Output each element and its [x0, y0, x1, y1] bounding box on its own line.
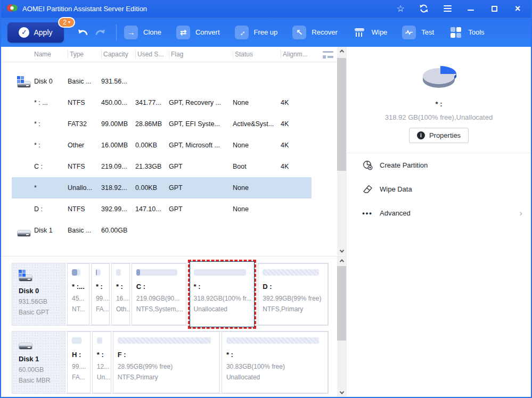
capacity-bar	[97, 337, 102, 344]
disk-label[interactable]: Disk 160.00GBBasic MBR	[12, 331, 66, 393]
action-wipe-data[interactable]: Wipe Data	[347, 177, 531, 201]
cell-name: * : ...	[34, 99, 68, 106]
disk-map-partition[interactable]: * :318.92GB(100% fr...Unallocated	[188, 260, 257, 329]
disk-map-partition[interactable]: H :99....FA...	[67, 331, 91, 393]
partition-fs: NTFS,Primary	[263, 305, 324, 313]
scroll-up-button[interactable]	[337, 256, 346, 265]
disk-label[interactable]: Disk 0931.56GBBasic GPT	[12, 263, 66, 325]
free-up-icon: ↔	[235, 26, 249, 39]
toolbar-button-clone[interactable]: →Clone	[124, 26, 161, 39]
disk-map-partition[interactable]: F :28.95GB(99% free)NTFS,Primary	[113, 331, 220, 393]
selected-partition-summary: * : 318.92 GB(100% free),Unallocated i P…	[347, 47, 531, 143]
cell-flag: GPT	[169, 163, 233, 170]
table-scrollbar	[337, 47, 346, 255]
toolbar-button-label: Clone	[143, 28, 161, 36]
capacity-bar-fill	[72, 269, 77, 276]
disk-map-partition[interactable]: * :12...Un...	[92, 331, 111, 393]
menu-icon[interactable]	[443, 4, 452, 13]
column-header-name[interactable]: Name	[34, 50, 68, 59]
table-row[interactable]: D :NTFS392.99...147.10...GPTNone	[1, 198, 346, 220]
capacity-bar	[116, 269, 121, 276]
maximize-button[interactable]	[489, 4, 499, 13]
partition-size: 99....	[96, 295, 106, 302]
cell-type: NTFS	[68, 205, 101, 213]
table-row-disk[interactable]: Disk 1Basic ...60.00GB	[1, 220, 346, 241]
disk-name: Disk 0	[19, 287, 65, 295]
disk-name: Disk 1	[19, 355, 65, 363]
disk-map-partition[interactable]: * :30.83GB(100% free)Unallocated	[222, 331, 328, 393]
partition-fs: Unallocated	[226, 374, 324, 381]
toolbar-button-free-up[interactable]: ↔Free up	[235, 26, 278, 39]
redo-button[interactable]	[95, 28, 107, 37]
scroll-down-button[interactable]	[337, 388, 346, 397]
toolbar-button-tools[interactable]: Tools	[449, 26, 484, 39]
cell-name: C :	[34, 163, 68, 170]
disk-map-partition[interactable]: D :392.99GB(99% free)NTFS,Primary	[258, 263, 328, 325]
column-header-status[interactable]: Status	[233, 50, 281, 59]
capacity-bar	[72, 269, 80, 276]
undo-button[interactable]	[77, 28, 88, 37]
table-row-disk[interactable]: Disk 0Basic ...931.56...	[1, 71, 346, 92]
toolbar-button-label: Tools	[468, 28, 484, 36]
capacity-bar	[194, 269, 247, 276]
toolbar-button-recover[interactable]: ↖Recover	[292, 26, 337, 39]
toolbar-button-label: Recover	[312, 28, 337, 36]
table-row[interactable]: * :Other16.00MB0.00KBGPT, Microsoft ...N…	[1, 135, 346, 156]
table-row[interactable]: * : ...NTFS450.00...341.77...GPT, Recove…	[1, 92, 346, 113]
toolbar-button-convert[interactable]: ⇄Convert	[176, 26, 220, 39]
scroll-thumb[interactable]	[337, 266, 346, 341]
column-header-type[interactable]: Type	[68, 50, 101, 59]
toolbar-button-test[interactable]: Test	[402, 26, 434, 39]
partition-name: * :	[96, 283, 106, 291]
check-icon: ✓	[19, 27, 29, 38]
disk-map-partition[interactable]: * :16....Oth...	[111, 263, 130, 325]
partition-name: * :	[97, 351, 108, 359]
cell-status: None	[233, 99, 281, 106]
wipe-icon	[353, 26, 366, 39]
action-advanced[interactable]: •••Advanced›	[347, 201, 531, 225]
table-header: NameTypeCapacityUsed S...FlagStatusAlign…	[1, 47, 337, 62]
disk-1-icon	[17, 225, 31, 236]
cell-name: * :	[34, 142, 68, 149]
cell-used: 21.33GB	[135, 163, 169, 170]
capacity-bar	[136, 269, 177, 276]
cell-name: D :	[34, 205, 68, 213]
cell-capacity: 392.99...	[101, 205, 135, 213]
capacity-bar	[118, 337, 211, 344]
right-panel: * : 318.92 GB(100% free),Unallocated i P…	[346, 47, 531, 397]
cell-type: NTFS	[68, 99, 101, 106]
titlebar: AOMEI Partition Assistant Server Edition…	[1, 0, 531, 18]
scroll-up-button[interactable]	[337, 47, 346, 55]
chevron-right-icon: ›	[519, 209, 522, 218]
sync-icon[interactable]	[419, 4, 429, 13]
cell-used: 0.00KB	[135, 142, 169, 149]
selected-partition-name: * :	[347, 100, 531, 108]
table-row[interactable]: * :FAT3299.00MB28.86MBGPT, EFI Syste...A…	[1, 113, 346, 135]
table-row[interactable]: *Unallo...318.92...0.00KBGPTNone	[1, 177, 346, 198]
minimize-button[interactable]	[466, 4, 476, 13]
properties-button[interactable]: i Properties	[409, 128, 469, 143]
toolbar-button-wipe[interactable]: Wipe	[353, 26, 388, 39]
favorite-icon[interactable]: ☆	[396, 4, 405, 13]
cell-capacity: 99.00MB	[101, 120, 135, 128]
scroll-down-button[interactable]	[337, 247, 346, 255]
partition-table: NameTypeCapacityUsed S...FlagStatusAlign…	[1, 47, 346, 256]
close-button[interactable]: ×	[513, 4, 522, 13]
column-header-capacity[interactable]: Capacity	[101, 50, 135, 59]
pending-operations-badge[interactable]: 2 ▾	[58, 17, 75, 28]
column-settings-icon[interactable]	[323, 51, 333, 59]
cell-used: 147.10...	[135, 205, 169, 213]
column-header-flag[interactable]: Flag	[169, 50, 233, 59]
disk-0-icon	[19, 270, 33, 281]
action-create-partition[interactable]: Create Partition	[347, 153, 531, 177]
table-row[interactable]: C :NTFS219.09...21.33GBGPTBoot4K	[1, 156, 346, 177]
disk-map-partition[interactable]: C :219.09GB(90...NTFS,System,...	[132, 263, 186, 325]
action-label: Advanced	[380, 209, 411, 217]
apply-button[interactable]: ✓ Apply	[7, 22, 64, 43]
column-header-used-s[interactable]: Used S...	[135, 50, 169, 59]
disk-map-partition[interactable]: * :99....FA...	[91, 263, 110, 325]
apply-label: Apply	[34, 28, 52, 37]
disk-row-disk-0: Disk 0931.56GBBasic GPT* :...45...NT...*…	[12, 263, 329, 326]
disk-map-partition[interactable]: * :...45...NT...	[67, 263, 89, 325]
scroll-thumb[interactable]	[337, 58, 346, 171]
